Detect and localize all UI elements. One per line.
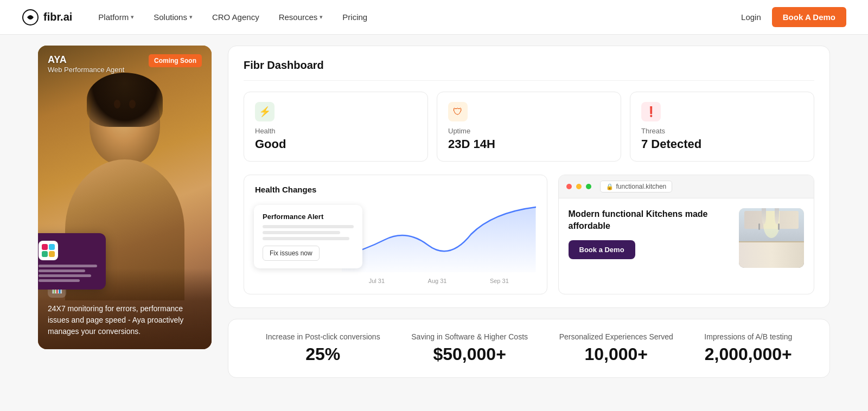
health-icon: ⚡ [255, 102, 275, 121]
perf-alert-title: Performance Alert [263, 213, 354, 221]
website-heading: Modern functional Kitchens made affordab… [569, 208, 731, 233]
dashboard-title: Fibr Dashboard [244, 59, 814, 81]
perf-alert-lines [263, 225, 354, 240]
aya-top-bar: AYA Web Performance Agent Coming Soon [38, 46, 212, 82]
stat-item-impressions: Impressions of A/B testing 2,000,000+ [704, 332, 792, 364]
website-url: functional.kitchen [616, 183, 667, 190]
kitchen-background [739, 208, 804, 268]
uptime-label: Uptime [448, 127, 610, 135]
chevron-down-icon: ▾ [320, 14, 323, 21]
stat-item-experiences: Personalized Experiences Served 10,000+ [559, 332, 673, 364]
nav-cro-agency[interactable]: CRO Agency [212, 12, 259, 22]
main-content: AYA Web Performance Agent Coming Soon [16, 35, 852, 389]
alert-line [263, 231, 340, 234]
aya-panel: AYA Web Performance Agent Coming Soon [38, 46, 212, 349]
savings-value: $50,000+ [411, 344, 528, 364]
navbar-right: Login Book A Demo [741, 7, 846, 27]
slack-line [39, 269, 85, 272]
book-demo-nav-button[interactable]: Book A Demo [772, 7, 846, 27]
browser-url-bar: 🔒 functional.kitchen [600, 181, 673, 192]
conversions-label: Increase in Post-click conversions [266, 332, 380, 341]
kitchen-counter [739, 241, 804, 268]
stat-cards: ⚡ Health Good 🛡 Uptime 23D 14H ❗ Threats… [244, 92, 814, 162]
health-changes-card: Health Changes Performance Alert Fix iss… [244, 175, 547, 294]
stats-items: Increase in Post-click conversions 25% S… [250, 332, 808, 364]
nav-platform[interactable]: Platform ▾ [98, 12, 134, 22]
performance-alert-card: Performance Alert Fix issues now [254, 205, 362, 268]
chart-label-sep: Sep 31 [490, 278, 509, 284]
aya-name: AYA [48, 54, 124, 66]
slack-line [39, 274, 91, 277]
threats-label: Threats [641, 127, 803, 135]
conversions-value: 25% [266, 344, 380, 364]
lock-icon: 🔒 [606, 183, 614, 190]
nav-links: Platform ▾ Solutions ▾ CRO Agency Resour… [98, 12, 741, 22]
chart-label-jul: Jul 31 [369, 278, 385, 284]
nav-solutions[interactable]: Solutions ▾ [154, 12, 193, 22]
browser-close-dot [566, 184, 572, 189]
impressions-label: Impressions of A/B testing [704, 332, 792, 341]
impressions-value: 2,000,000+ [704, 344, 792, 364]
slack-icon [42, 244, 55, 257]
website-preview-card: 🔒 functional.kitchen Modern functional K… [558, 175, 814, 294]
slack-line [39, 265, 97, 267]
experiences-label: Personalized Experiences Served [559, 332, 673, 341]
navbar: fibr.ai Platform ▾ Solutions ▾ CRO Agenc… [0, 0, 868, 35]
chevron-down-icon: ▾ [189, 14, 193, 21]
slack-line [39, 279, 80, 282]
slack-lines [39, 265, 97, 282]
aya-name-block: AYA Web Performance Agent [48, 54, 124, 74]
alert-line [263, 237, 349, 240]
savings-label: Saving in Software & Higher Costs [411, 332, 528, 341]
health-chart [342, 202, 536, 272]
logo[interactable]: fibr.ai [22, 9, 72, 26]
uptime-icon: 🛡 [448, 102, 468, 121]
health-value: Good [255, 137, 417, 151]
nav-resources[interactable]: Resources ▾ [279, 12, 323, 22]
logo-icon [22, 9, 39, 26]
stat-card-health: ⚡ Health Good [244, 92, 428, 162]
browser-maximize-dot [586, 184, 591, 189]
chart-labels: Jul 31 Aug 31 Sep 31 [342, 278, 536, 284]
dashboard-container: Fibr Dashboard ⚡ Health Good 🛡 Uptime 23… [228, 46, 830, 308]
fix-issues-button[interactable]: Fix issues now [263, 246, 320, 261]
health-label: Health [255, 127, 417, 135]
stat-card-threats: ❗ Threats 7 Detected [630, 92, 814, 162]
aya-description: 24X7 monitoring for errors, performance … [48, 303, 202, 337]
stat-item-savings: Saving in Software & Higher Costs $50,00… [411, 332, 528, 364]
chevron-down-icon: ▾ [131, 14, 134, 21]
browser-bar: 🔒 functional.kitchen [559, 175, 814, 198]
threats-value: 7 Detected [641, 137, 803, 151]
health-changes-title: Health Changes [255, 185, 536, 194]
uptime-value: 23D 14H [448, 137, 610, 151]
chart-label-aug: Aug 31 [428, 278, 447, 284]
website-content: Modern functional Kitchens made affordab… [559, 198, 814, 278]
nav-pricing[interactable]: Pricing [342, 12, 367, 22]
stat-item-conversions: Increase in Post-click conversions 25% [266, 332, 380, 364]
book-demo-card-button[interactable]: Book a Demo [569, 240, 635, 259]
right-panel: Fibr Dashboard ⚡ Health Good 🛡 Uptime 23… [228, 46, 830, 378]
stats-row: Increase in Post-click conversions 25% S… [228, 319, 830, 378]
slack-notification-card [38, 233, 106, 290]
coming-soon-badge: Coming Soon [149, 54, 202, 67]
slack-logo [39, 241, 58, 260]
threats-icon: ❗ [641, 102, 661, 121]
dashboard-bottom: Health Changes Performance Alert Fix iss… [244, 175, 814, 294]
login-link[interactable]: Login [741, 12, 761, 22]
website-text: Modern functional Kitchens made affordab… [569, 208, 731, 259]
experiences-value: 10,000+ [559, 344, 673, 364]
stat-card-uptime: 🛡 Uptime 23D 14H [437, 92, 621, 162]
aya-image: AYA Web Performance Agent Coming Soon [38, 46, 212, 349]
logo-text: fibr.ai [43, 11, 72, 23]
website-kitchen-image [739, 208, 804, 268]
aya-subtitle: Web Performance Agent [48, 66, 124, 74]
browser-minimize-dot [576, 184, 582, 189]
alert-line [263, 225, 354, 228]
